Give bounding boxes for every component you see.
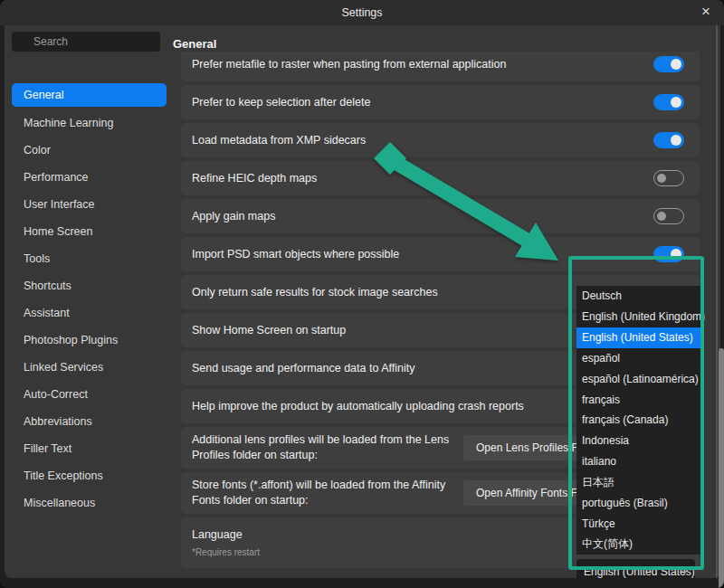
setting-label: Refine HEIC depth maps (192, 171, 626, 186)
language-label: Language (192, 528, 243, 541)
language-option[interactable]: 日本語 (576, 472, 702, 493)
toggle-knob (657, 212, 666, 221)
language-option[interactable]: Indonesia (576, 431, 702, 451)
sidebar-item-filler-text[interactable]: Filler Text (12, 437, 167, 460)
sidebar-item-general[interactable]: General (12, 83, 167, 107)
sidebar-item-user-interface[interactable]: User Interface (12, 193, 167, 216)
title-bar: Settings × (0, 0, 724, 25)
setting-label: Send usage and performance data to Affin… (192, 361, 626, 376)
language-dropdown-list: Deutsch English (United Kingdom) English… (576, 286, 702, 555)
toggle-switch[interactable] (653, 170, 684, 186)
setting-label: Additional lens profiles will be loaded … (192, 432, 463, 463)
toggle-switch[interactable] (653, 56, 684, 72)
language-option[interactable]: português (Brasil) (576, 492, 702, 513)
setting-row: Load metadata from XMP sidecars (181, 123, 700, 157)
sidebar-item-abbreviations[interactable]: Abbreviations (12, 410, 167, 433)
setting-label: Only return safe results for stock image… (192, 285, 626, 300)
setting-label: Apply gain maps (192, 209, 626, 224)
toggle-knob (671, 97, 681, 108)
setting-row: Refine HEIC depth maps (181, 161, 700, 195)
search-input[interactable] (12, 32, 160, 52)
language-option[interactable]: 中文(简体) (576, 534, 702, 555)
sidebar-item-title-exceptions[interactable]: Title Exceptions (12, 464, 167, 488)
sidebar-item-assistant[interactable]: Assistant (12, 301, 167, 325)
chevron-down-icon: ⌄ (680, 564, 689, 576)
page-title: General (173, 37, 216, 51)
sidebar-item-miscellaneous[interactable]: Miscellaneous (12, 491, 167, 515)
language-option[interactable]: Türkçe (576, 513, 702, 534)
language-option[interactable]: français (Canada) (576, 410, 702, 431)
sidebar-item-home-screen[interactable]: Home Screen (12, 220, 167, 243)
setting-label: Show Home Screen on startup (192, 323, 626, 338)
setting-label: Import PSD smart objects where possible (192, 247, 626, 262)
sidebar-item-tools[interactable]: Tools (12, 247, 167, 270)
toggle-switch[interactable] (653, 132, 684, 148)
setting-row: Apply gain maps (181, 199, 700, 233)
toggle-knob (657, 174, 666, 183)
setting-row: Prefer metafile to raster when pasting f… (181, 52, 700, 81)
sidebar-item-performance[interactable]: Performance (12, 166, 167, 189)
window-edge (716, 25, 718, 578)
language-option[interactable]: español (576, 348, 702, 369)
toggle-switch[interactable] (653, 94, 684, 110)
sidebar-item-shortcuts[interactable]: Shortcuts (12, 274, 167, 298)
language-option[interactable]: English (United Kingdom) (576, 307, 702, 327)
language-select[interactable]: English (United States) ⌄ (576, 559, 695, 584)
requires-restart-note: *Requires restart (192, 547, 260, 557)
setting-label: Help improve the product by automaticall… (192, 399, 626, 414)
language-option[interactable]: Deutsch (576, 286, 702, 307)
sidebar-item-color[interactable]: Color (12, 138, 167, 162)
toggle-switch[interactable] (653, 208, 684, 224)
setting-label: Prefer metafile to raster when pasting f… (192, 57, 626, 72)
sidebar-item-photoshop-plugins[interactable]: Photoshop Plugins (12, 328, 167, 352)
close-icon[interactable]: × (693, 0, 719, 25)
setting-label: Prefer to keep selection after delete (192, 95, 626, 110)
content-panel: General Machine Learning Color Performan… (5, 25, 720, 578)
language-select-value: English (United States) (584, 565, 695, 578)
language-option[interactable]: español (Latinoamérica) (576, 368, 702, 389)
setting-row: Prefer to keep selection after delete (181, 85, 700, 119)
language-option[interactable]: français (576, 389, 702, 410)
sidebar-item-machine-learning[interactable]: Machine Learning (12, 111, 167, 135)
sidebar-item-auto-correct[interactable]: Auto-Correct (12, 383, 167, 406)
language-option-selected[interactable]: English (United States) (576, 327, 702, 348)
setting-row: Import PSD smart objects where possible (181, 237, 700, 271)
toggle-switch[interactable] (653, 246, 684, 262)
sidebar-item-linked-services[interactable]: Linked Services (12, 356, 167, 379)
language-option[interactable]: italiano (576, 451, 702, 472)
toggle-knob (671, 135, 681, 146)
vertical-scrollbar[interactable] (719, 348, 724, 588)
window-title: Settings (0, 0, 724, 25)
settings-window: Settings × General Machine Learning Colo… (0, 0, 724, 588)
toggle-knob (671, 249, 681, 260)
setting-label: Load metadata from XMP sidecars (192, 133, 626, 148)
toggle-knob (671, 59, 681, 70)
setting-label: Store fonts (*.affont) will be loaded fr… (192, 478, 463, 508)
